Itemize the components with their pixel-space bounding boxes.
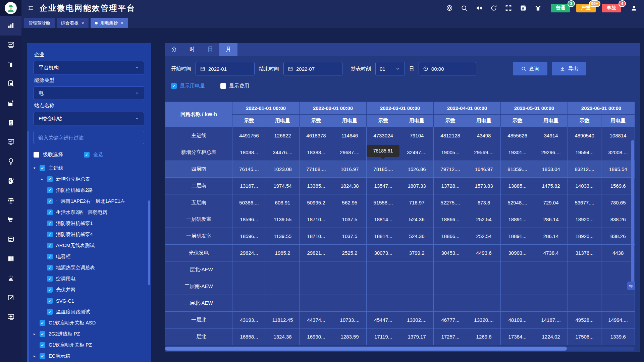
sidebar-item-system-settings[interactable]: [0, 308, 21, 327]
alarm-badge[interactable]: 普通3: [551, 4, 570, 12]
tree-item[interactable]: ✓空调用电: [34, 273, 144, 284]
tree-item-checkbox[interactable]: ✓: [47, 176, 53, 182]
query-button[interactable]: 查询: [513, 62, 547, 75]
collapse-sidebar-icon[interactable]: [28, 5, 34, 11]
tree-item-checkbox[interactable]: ✓: [40, 353, 45, 359]
tree-item-checkbox[interactable]: ✓: [47, 309, 53, 315]
table-row[interactable]: 新增分立柜总表18038...34476....18383...29687...…: [165, 144, 635, 161]
tree-item[interactable]: ✓消防喷淋机械泵1: [34, 218, 144, 229]
tree-item[interactable]: ✓SVG-C1: [34, 295, 144, 306]
sidebar-item-inspection[interactable]: [0, 74, 21, 94]
nav-tab[interactable]: 管理驾驶舱: [24, 18, 55, 28]
tree-item[interactable]: ✓ARCM无线表测试: [34, 240, 144, 251]
tree-item[interactable]: ✓地源热泵空调总表: [34, 262, 144, 273]
tree-item[interactable]: ✓消防栓机械泵2路: [34, 185, 144, 196]
tree-item-checkbox[interactable]: ✓: [47, 298, 53, 304]
caret-right-icon[interactable]: ▸: [34, 332, 40, 336]
table-row[interactable]: 光伏发电29624...1965.229821...2525.230073...…: [165, 245, 635, 261]
tree-item[interactable]: ▸✓2G2进线柜 PZ: [34, 328, 144, 340]
sidebar-item-bar-chart[interactable]: [0, 16, 21, 36]
tree-item-checkbox[interactable]: ✓: [40, 165, 45, 171]
table-row[interactable]: 二层南13167...1974.5413365...1824.3813547..…: [165, 178, 635, 194]
keyword-filter-input[interactable]: [34, 131, 144, 144]
vertical-scrollbar-thumb[interactable]: [631, 140, 634, 285]
period-tab[interactable]: 分: [165, 43, 183, 56]
caret-down-icon[interactable]: ▾: [34, 166, 40, 170]
caret-right-icon[interactable]: ▸: [41, 177, 47, 181]
tree-item-checkbox[interactable]: ✓: [47, 198, 53, 204]
sidebar-item-fire-extinguisher[interactable]: [0, 55, 21, 74]
table-row[interactable]: 一层研发室18596...1139.5518710...1037.518814.…: [165, 228, 635, 245]
table-row[interactable]: 二层北16858...1324.3816990...1283.5917119..…: [165, 328, 635, 345]
table-row[interactable]: 一层研发室18596...1139.5518710...1037.518814.…: [165, 211, 635, 228]
fullscreen-icon[interactable]: [505, 5, 512, 11]
period-tab[interactable]: 时: [183, 43, 201, 56]
tree-item[interactable]: ✓消防喷淋机械泵4: [34, 229, 144, 240]
tree-item[interactable]: ▸✓EC演示箱: [34, 351, 144, 362]
filter-select-2[interactable]: E楼变电站: [34, 112, 144, 125]
tree-item-checkbox[interactable]: ✓: [47, 187, 53, 193]
tree-item[interactable]: ✓G1软启动开关柜 ASD: [34, 317, 144, 328]
sidebar-item-ev-charger[interactable]: [0, 172, 21, 191]
tree-item-checkbox[interactable]: ✓: [47, 243, 53, 248]
tshirt-icon[interactable]: [535, 5, 541, 11]
tree-item-checkbox[interactable]: ✓: [47, 287, 53, 293]
sidebar-item-terminal[interactable]: [0, 230, 21, 249]
sidebar-item-monitor-chart[interactable]: [0, 133, 21, 152]
tree-item[interactable]: ▾✓主进线: [34, 163, 144, 174]
horizontal-scrollbar-thumb[interactable]: [165, 347, 567, 351]
tree-item-checkbox[interactable]: ✓: [47, 232, 53, 237]
end-date-input[interactable]: 2022-07: [283, 62, 342, 75]
select-all-label[interactable]: 全选: [93, 152, 103, 158]
sidebar-item-solar-panel[interactable]: [0, 191, 21, 210]
sidebar-item-edit[interactable]: [0, 288, 21, 308]
nav-tab[interactable]: 综合看板✕: [57, 18, 89, 28]
refresh-icon[interactable]: [490, 5, 497, 11]
tree-item[interactable]: ✓G1软启动开关柜 PZ: [34, 340, 144, 351]
start-date-input[interactable]: 2022-01: [196, 62, 255, 75]
table-row[interactable]: 三层南-AEW: [165, 278, 635, 295]
tree-item-checkbox[interactable]: ✓: [47, 265, 53, 270]
alarm-badge[interactable]: 事故4: [602, 4, 621, 12]
close-tab-icon[interactable]: ✕: [81, 21, 84, 25]
tree-item[interactable]: ✓光伏并网: [34, 284, 144, 295]
show-energy-option[interactable]: ✓ 显示用电量: [171, 83, 205, 89]
search-icon[interactable]: [461, 5, 468, 11]
tree-item[interactable]: ▸✓新增分立柜总表: [34, 174, 144, 185]
tree-item[interactable]: ✓生活水泵2路一层弱电房: [34, 207, 144, 218]
column-settings-handle[interactable]: ⇆: [627, 282, 635, 290]
alarm-badge[interactable]: 严重99+: [576, 4, 596, 12]
filter-select-1[interactable]: 电: [34, 86, 144, 100]
show-cost-option[interactable]: 显示费用: [220, 83, 249, 89]
volume-icon[interactable]: [476, 5, 482, 11]
meter-day-select[interactable]: 01: [375, 62, 405, 75]
tree-item-checkbox[interactable]: ✓: [47, 276, 53, 282]
table-row[interactable]: 一层北43193...11812.4544374...10733....4544…: [165, 312, 635, 328]
tree-item-checkbox[interactable]: ✓: [47, 221, 53, 226]
sidebar-item-alarm-light[interactable]: [0, 269, 21, 288]
tree-item[interactable]: ✓温湿度回路测试: [34, 306, 144, 317]
export-button[interactable]: 导出: [552, 62, 586, 75]
close-tab-icon[interactable]: ✕: [120, 21, 123, 25]
tree-item-checkbox[interactable]: ✓: [47, 209, 53, 215]
sidebar-item-trend-chart[interactable]: [0, 36, 21, 55]
panel-scrollbar-thumb[interactable]: [148, 200, 150, 285]
select-all-checkbox[interactable]: ✓: [84, 152, 90, 158]
table-row[interactable]: 五层南50386....608.9150995.2562.9551558....…: [165, 194, 635, 211]
tree-item-checkbox[interactable]: ✓: [40, 342, 45, 348]
caret-right-icon[interactable]: ▸: [34, 354, 40, 358]
table-row[interactable]: 二层北-AEW: [165, 261, 635, 278]
tree-item-checkbox[interactable]: ✓: [40, 320, 45, 326]
tree-item-checkbox[interactable]: ✓: [47, 254, 53, 259]
filter-select-0[interactable]: 平台机构: [34, 61, 144, 74]
sidebar-item-archive[interactable]: [0, 249, 21, 269]
tree-item[interactable]: ✓电容柜: [34, 251, 144, 262]
tree-item[interactable]: ✓一层南1APE2右一层北1APE1左: [34, 196, 144, 207]
table-row[interactable]: 四层南76145....1023.0877168....1016.9778185…: [165, 161, 635, 178]
help-icon[interactable]: [446, 5, 453, 11]
user-icon[interactable]: [631, 5, 637, 11]
sidebar-item-bulb[interactable]: [0, 152, 21, 172]
translate-icon[interactable]: A: [520, 5, 527, 11]
nav-tab[interactable]: 用电集抄✕: [91, 18, 128, 28]
sidebar-item-hospital[interactable]: [0, 113, 21, 133]
